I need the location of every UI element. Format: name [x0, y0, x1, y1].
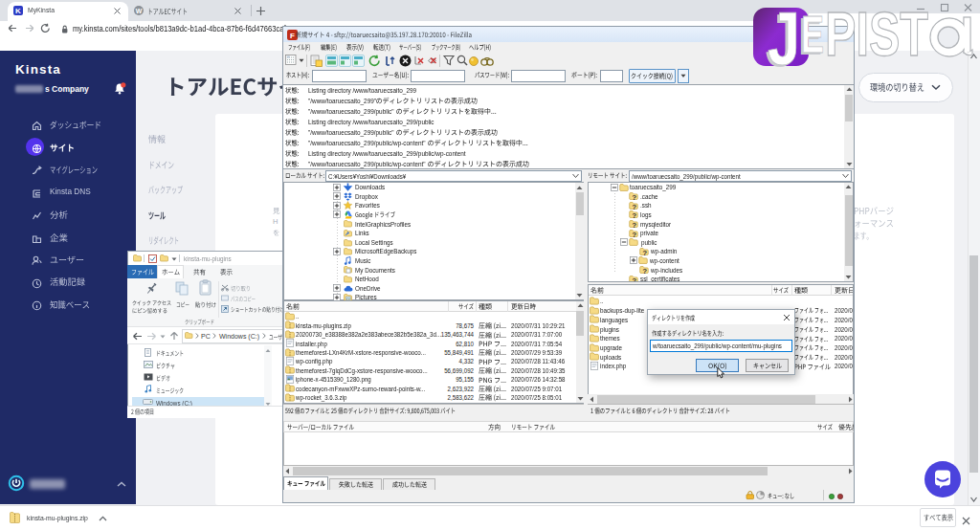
svg-text:W: W [136, 8, 143, 14]
svg-text:F: F [290, 32, 295, 40]
svg-text:E: E [801, 4, 824, 64]
svg-text:?: ? [632, 193, 636, 202]
svg-text:K: K [15, 7, 21, 15]
svg-text:?: ? [632, 221, 636, 230]
svg-text:?: ? [642, 248, 647, 256]
svg-text:?: ? [632, 230, 636, 238]
svg-text:?: ? [632, 211, 636, 220]
svg-text:J: J [768, 0, 800, 80]
svg-text:?: ? [632, 276, 636, 281]
svg-text:?: ? [632, 202, 636, 210]
svg-text:PIST: PIST [825, 0, 928, 69]
svg-text:?: ? [642, 267, 647, 276]
